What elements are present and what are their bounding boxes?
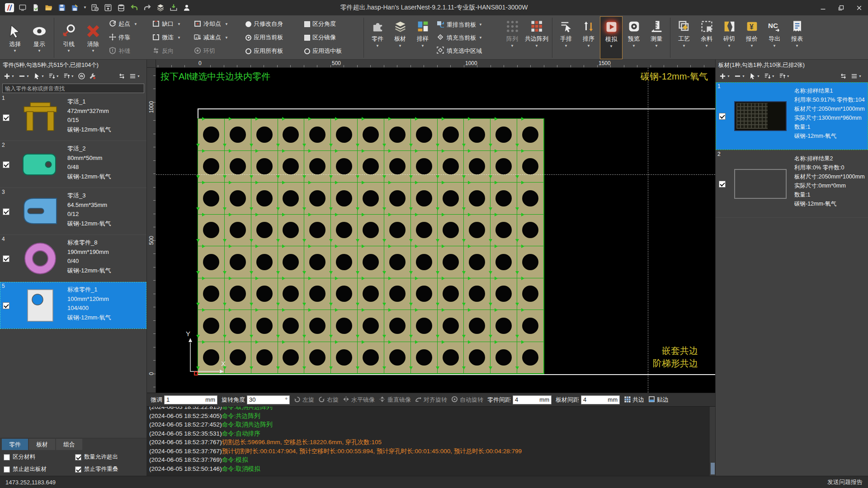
nested-part[interactable]: [517, 183, 544, 215]
nested-part[interactable]: [304, 119, 331, 151]
canvas-content[interactable]: 按下Alt键选中共边块内零件 碳钢-12mm-氧气 嵌套共边 阶梯形共边 Y X: [156, 68, 715, 393]
checkbox-icon[interactable]: [304, 35, 310, 41]
nested-part[interactable]: [384, 151, 411, 183]
option-checkbox[interactable]: [75, 466, 81, 473]
option-checkbox[interactable]: [4, 454, 10, 460]
nested-part[interactable]: [278, 119, 305, 151]
零件-button[interactable]: 零件▼: [366, 16, 389, 59]
nested-part[interactable]: [464, 119, 491, 151]
part-checkbox[interactable]: [3, 114, 9, 121]
nested-part[interactable]: [464, 183, 491, 215]
sheet-list-item[interactable]: 1名称:排样结果1利用率:50.917% 零件数:104板材尺寸:2050mm*…: [716, 82, 868, 150]
缺口-option[interactable]: 缺口▼: [152, 20, 194, 28]
nested-part[interactable]: [438, 183, 464, 215]
parts-statistics-button[interactable]: [78, 73, 85, 80]
nested-part[interactable]: [278, 183, 305, 215]
part-checkbox[interactable]: [3, 255, 9, 262]
radio-icon[interactable]: [245, 48, 251, 54]
nested-part[interactable]: [464, 246, 491, 278]
共边-button[interactable]: 共边: [624, 396, 644, 404]
nested-part[interactable]: [411, 278, 438, 310]
nested-part[interactable]: [384, 278, 411, 310]
sheets-pointer-button[interactable]: ▼: [749, 73, 760, 80]
显示-tool-button[interactable]: 显示▼: [27, 16, 52, 59]
工艺-button[interactable]: 工艺▼: [673, 16, 695, 59]
nested-part[interactable]: [358, 215, 384, 247]
nested-part[interactable]: [251, 215, 278, 247]
nested-part[interactable]: [464, 151, 491, 183]
nested-part[interactable]: [198, 246, 225, 278]
引线-tool-button[interactable]: 引线▼: [57, 16, 81, 59]
nested-part[interactable]: [358, 310, 384, 342]
nested-part[interactable]: [411, 246, 438, 278]
测量-button[interactable]: 测量▼: [645, 16, 668, 59]
import-parts-icon[interactable]: [169, 3, 179, 13]
nested-part[interactable]: [491, 215, 517, 247]
对齐旋转-button[interactable]: 对齐旋转: [415, 396, 447, 404]
machine-config-icon[interactable]: [90, 3, 100, 13]
nested-part[interactable]: [251, 119, 278, 151]
nested-part[interactable]: [331, 183, 358, 215]
nested-part[interactable]: [358, 278, 384, 310]
nested-part[interactable]: [251, 278, 278, 310]
sheet-list-item[interactable]: 2名称:排样结果2利用率:0% 零件数:0板材尺寸:2050mm*1000mm实…: [716, 150, 868, 218]
模拟-button[interactable]: 模拟▼: [600, 16, 623, 59]
区分镜像-option[interactable]: 区分镜像: [304, 33, 359, 42]
nested-part[interactable]: [384, 310, 411, 342]
redo-icon[interactable]: [142, 3, 152, 13]
右旋-button[interactable]: 右旋: [318, 396, 339, 404]
minimize-button[interactable]: [814, 0, 832, 15]
nested-part[interactable]: [225, 342, 251, 374]
nested-part[interactable]: [491, 310, 517, 342]
nested-part[interactable]: [491, 246, 517, 278]
parts-list-down-button[interactable]: ▼: [48, 73, 59, 80]
环切-option[interactable]: 环切: [194, 47, 245, 56]
sheets-transfer-button[interactable]: [840, 73, 847, 80]
nested-part[interactable]: [331, 151, 358, 183]
nested-part[interactable]: [225, 246, 251, 278]
sheets-minus-button[interactable]: ▼: [734, 73, 745, 80]
log-scrollbar[interactable]: [709, 407, 715, 476]
radio-icon[interactable]: [245, 21, 251, 27]
填充当前板-button[interactable]: 填充当前板▼: [437, 32, 498, 43]
log-scrollbar-thumb[interactable]: [711, 463, 715, 474]
part-list-item[interactable]: 5标准零件_1100mm*120mm104/400碳钢-12mm-氧气: [0, 282, 146, 329]
nested-part[interactable]: [517, 246, 544, 278]
nested-part[interactable]: [225, 310, 251, 342]
parts-search-input[interactable]: [2, 84, 144, 93]
layers-icon[interactable]: [156, 3, 165, 13]
sheets-plus-button[interactable]: ▼: [719, 73, 730, 80]
part-checkbox[interactable]: [3, 302, 9, 309]
nested-part[interactable]: [198, 215, 225, 247]
nested-part[interactable]: [278, 215, 305, 247]
nested-part[interactable]: [517, 151, 544, 183]
排序-button[interactable]: 排序▼: [577, 16, 600, 59]
nested-part[interactable]: [304, 183, 331, 215]
open-file-icon[interactable]: [44, 3, 54, 13]
part-list-item[interactable]: 3零活_364.5mm*35mm0/12碳钢-12mm-氧气: [0, 188, 146, 235]
nested-part[interactable]: [384, 342, 411, 374]
自动旋转-button[interactable]: 自动旋转: [451, 396, 483, 404]
nested-part[interactable]: [331, 215, 358, 247]
nested-part[interactable]: [464, 310, 491, 342]
save-icon[interactable]: [57, 3, 67, 13]
nested-part[interactable]: [304, 151, 331, 183]
maximize-button[interactable]: [832, 0, 850, 15]
nested-parts-grid[interactable]: [198, 118, 544, 374]
parts-plus-button[interactable]: ▼: [4, 73, 14, 80]
余料-button[interactable]: 余料▼: [695, 16, 718, 59]
nested-part[interactable]: [331, 342, 358, 374]
option-区分材料[interactable]: 区分材料: [4, 453, 75, 461]
parts-pointer-button[interactable]: ▼: [33, 73, 44, 80]
capture-icon[interactable]: [18, 3, 28, 13]
tab-组合[interactable]: 组合: [56, 439, 82, 450]
停靠-option[interactable]: 停靠: [109, 33, 152, 42]
导出-button[interactable]: NC导出▼: [763, 16, 786, 59]
nested-part[interactable]: [225, 183, 251, 215]
nested-part[interactable]: [278, 310, 305, 342]
sheets-list-down-button[interactable]: ▼: [764, 73, 775, 80]
贴边-button[interactable]: 贴边: [648, 396, 669, 404]
nested-part[interactable]: [384, 215, 411, 247]
parts-list-up-button[interactable]: ▼: [63, 73, 74, 80]
排样-button[interactable]: 排样▼: [411, 16, 434, 59]
